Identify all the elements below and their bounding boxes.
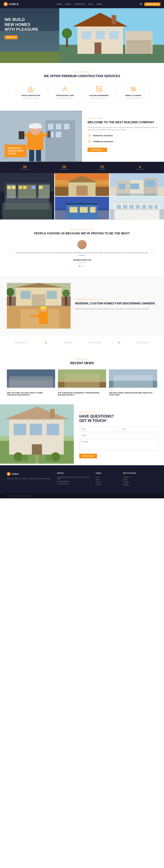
svg-rect-123 — [65, 374, 99, 388]
contact-image — [0, 404, 74, 465]
svg-rect-127 — [114, 375, 153, 388]
svg-rect-56 — [23, 186, 27, 189]
svg-rect-90 — [123, 205, 128, 209]
nav-blog[interactable]: BLOG — [88, 3, 93, 5]
phone-field[interactable] — [79, 433, 159, 438]
stat-label-people: PEOPLE — [61, 168, 68, 170]
social-instagram[interactable]: Instagram — [123, 482, 157, 483]
nav-more[interactable]: MORE — [96, 3, 102, 5]
footer-link-services[interactable]: Services — [96, 482, 118, 483]
services-button[interactable]: OUR SERVICES → — [87, 148, 107, 152]
svg-rect-112 — [39, 310, 48, 324]
feature-desc-4: Sed do eiusm unt tempor — [120, 97, 147, 99]
svg-rect-138 — [32, 444, 42, 455]
svg-rect-83 — [90, 207, 96, 213]
nav-home[interactable]: HOME — [56, 3, 62, 5]
stat-num-people: 26 — [61, 165, 68, 168]
social-twitter[interactable]: Twitter — [123, 479, 157, 480]
team-icon — [51, 86, 78, 93]
testimonials-label: WHAT CLIENTS SAY — [14, 229, 150, 230]
stat-label-years: YEARS — [99, 168, 105, 170]
footer-link-home[interactable]: Home — [96, 476, 118, 478]
blog-grid: BLOG ARE YOU SURE YOU DON'T WANT TO HIRE… — [7, 369, 157, 396]
social-linkedin[interactable]: Linkedin — [123, 484, 157, 486]
svg-rect-137 — [47, 424, 59, 435]
svg-rect-134 — [50, 409, 55, 418]
custom-label: CONSTRUCTION & BUILD — [75, 299, 157, 300]
svg-rect-73 — [130, 183, 139, 189]
svg-rect-42 — [47, 131, 50, 137]
footer-address: 1234 Main Street, Main Office 123, New Y… — [57, 476, 91, 479]
svg-rect-92 — [135, 205, 140, 209]
contact-title: HAVE QUESTIONS? GET IN TOUCH! — [79, 414, 159, 423]
testimonial-text: Beatae vitae dictae sunt explicabo. Nemo… — [14, 251, 150, 256]
svg-point-143 — [46, 455, 52, 461]
stat-label-offices: OFFICES — [136, 168, 144, 170]
svg-rect-82 — [80, 207, 88, 213]
blog-card-2: BLOG TOP 10 REASONS TO REQUEST A PROFESS… — [58, 369, 106, 396]
svg-rect-93 — [142, 205, 147, 209]
name-field[interactable] — [79, 427, 118, 432]
gallery-item-5 — [110, 197, 164, 219]
features-section: OUR FEATURES WE OFFER PREMIUM CONSTRUCTI… — [0, 63, 164, 111]
prev-testimonial-button[interactable]: ‹ — [9, 249, 14, 254]
svg-rect-27 — [133, 89, 135, 90]
next-testimonial-button[interactable]: › — [150, 249, 155, 254]
stat-num-projects: 50 — [20, 165, 29, 168]
about-label: WHO WE ARE — [87, 118, 159, 119]
message-field[interactable] — [79, 439, 159, 451]
email-field[interactable] — [120, 427, 159, 432]
about-image: WE DEVELOP COMFORTABLE FUTURE — [0, 111, 82, 162]
partner-2: ✦ — [44, 341, 47, 345]
svg-rect-58 — [39, 186, 43, 189]
custom-title: MODERN, CUSTOM HOMES FOR DISCERNING OWNE… — [75, 302, 157, 306]
svg-rect-8 — [109, 31, 118, 39]
dot-1[interactable] — [79, 266, 80, 267]
blog-post-title-1[interactable]: ARE YOU SURE YOU DON'T WANT TO HIRE CONS… — [7, 392, 55, 396]
blog-category-1: BLOG — [7, 390, 55, 391]
svg-rect-104 — [47, 291, 57, 299]
svg-rect-7 — [96, 31, 105, 39]
svg-rect-84 — [66, 204, 98, 205]
about-item-text-1: RESIDENTIAL BUILDINGS — [93, 135, 113, 136]
stat-years: 15 YEARS — [99, 165, 105, 170]
blog-post-title-2[interactable]: TOP 10 REASONS TO REQUEST A PROFESSIONAL… — [58, 392, 106, 396]
hero-content: WE BUILD NEW HOMES WITH PLEASURE ABOUT U… — [5, 17, 39, 39]
contact-label: CONTACT US — [79, 411, 159, 413]
svg-point-11 — [62, 28, 72, 38]
svg-point-141 — [51, 452, 60, 461]
contact-submit-button[interactable]: GET IN TOUCH — [79, 454, 97, 458]
navbar: GABLE HOME ABOUT PORTFOLIO BLOG MORE 🔍 M… — [0, 0, 164, 8]
quote-button[interactable]: MAKE A QUOTE — [145, 2, 160, 6]
partner-1: Pharma IT — [15, 341, 28, 344]
footer-link-contact[interactable]: Contact — [96, 484, 118, 486]
svg-rect-30 — [48, 124, 53, 129]
svg-rect-72 — [119, 183, 126, 189]
nav-about[interactable]: ABOUT — [65, 3, 72, 5]
blog-post-title-3[interactable]: THE MOST FAMILY-ORIENTED BUILDING SERVIC… — [109, 392, 157, 396]
dot-3[interactable] — [84, 266, 85, 267]
social-facebook[interactable]: Facebook — [123, 476, 157, 478]
blog-category-3: BLOG — [109, 390, 157, 391]
partners-section: Pharma IT ✦ SEVEN FourteEN ✦ & Branch — [0, 335, 164, 350]
svg-rect-119 — [9, 376, 53, 388]
footer-email: info@example.com — [57, 480, 91, 482]
footer-link-about[interactable]: About — [96, 479, 118, 480]
svg-rect-139 — [35, 455, 39, 464]
stat-num-years: 15 — [99, 165, 105, 168]
feature-desc-1: Sed do eiusm unt tempor — [17, 97, 44, 99]
svg-point-19 — [64, 87, 66, 89]
search-icon[interactable]: 🔍 — [140, 3, 142, 5]
planning-icon — [120, 86, 147, 93]
nav-portfolio[interactable]: PORTFOLIO — [75, 3, 85, 5]
house-construction-icon — [17, 86, 44, 93]
about-desc: Sed perspiciatis unde omnis iste natus e… — [87, 126, 159, 131]
hero-btn[interactable]: ABOUT US — [5, 35, 17, 39]
feature-title-4: PERFECT PLANNING — [120, 95, 147, 96]
blog-image-1 — [7, 369, 55, 388]
dot-2[interactable] — [81, 266, 83, 267]
partner-3: SEVEN — [64, 341, 73, 344]
footer-logo-icon — [7, 472, 10, 476]
logo[interactable]: GABLE — [4, 2, 19, 6]
blog-card-3: BLOG THE MOST FAMILY-ORIENTED BUILDING S… — [109, 369, 157, 396]
